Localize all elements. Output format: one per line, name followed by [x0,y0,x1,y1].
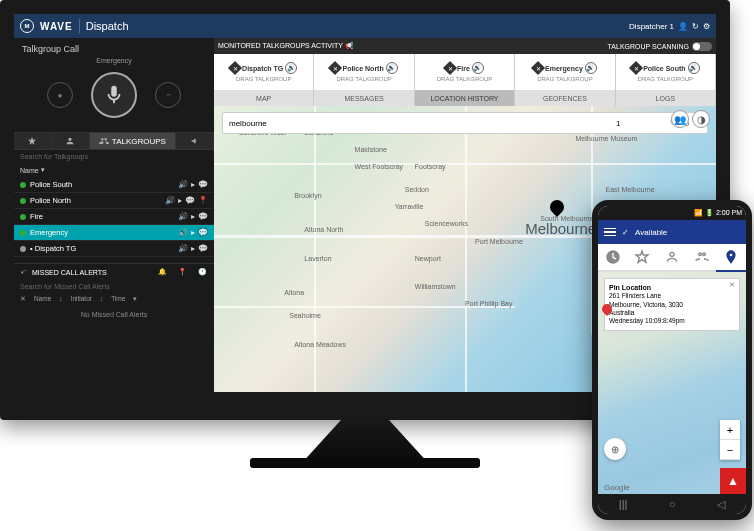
talkgroup-slot[interactable]: Dispatch TG🔊DRAG TALKGROUP [214,54,314,90]
sort-icon[interactable]: ▾ [41,166,45,174]
speaker-icon[interactable]: 🔊 [178,180,188,189]
radius-input[interactable] [612,119,624,128]
zoom-in-button[interactable]: + [720,420,740,440]
talkgroup-row[interactable]: Police North 🔊▸💬📍 [14,193,214,209]
alert-clock-icon[interactable]: 🕐 [196,268,208,276]
name-column[interactable]: Name [20,167,39,174]
pin-location-card: ✕ Pin Location 261 Flinders Lane Melbour… [604,278,740,331]
arrow-icon[interactable]: ▸ [191,244,195,253]
talkgroup-slot[interactable]: Emergency🔊DRAG TALKGROUP [515,54,615,90]
zoom-controls: + − [720,420,740,460]
tab-favorites[interactable] [14,133,52,149]
alert-pin-icon[interactable]: 📍 [176,268,188,276]
talkgroup-slot[interactable]: Fire🔊DRAG TALKGROUP [415,54,515,90]
place-label: West Footscray [355,163,404,170]
talkgroup-row[interactable]: Fire 🔊▸💬 [14,209,214,225]
location-search-input[interactable] [227,119,564,128]
tab-map-mobile[interactable] [716,244,746,272]
speaker-icon[interactable]: 🔊 [178,212,188,221]
speaker-icon[interactable]: 🔊 [178,228,188,237]
map-pin-icon [723,249,739,265]
slot-speaker-icon[interactable]: 🔊 [585,62,597,74]
back-button[interactable]: ||| [619,498,628,510]
arrow-icon[interactable]: ▸ [191,212,195,221]
slot-speaker-icon[interactable]: 🔊 [472,62,484,74]
alert-bell-icon[interactable]: 🔔 [156,268,168,276]
talkgroup-list: Police South 🔊▸💬 Police North 🔊▸💬📍 Fire … [14,177,214,257]
missed-search[interactable]: Search for Missed Call Alerts [14,280,214,293]
sidebar-tabs: TALKGROUPS [14,132,214,150]
close-slot-icon[interactable] [443,61,457,75]
no-alerts-message: No Missed Call Alerts [14,305,214,324]
people-layer-button[interactable]: 👥 [671,110,689,128]
chat-icon[interactable]: 💬 [198,244,208,253]
location-icon[interactable]: 📍 [198,196,208,205]
speaker-icon[interactable]: 🔊 [178,244,188,253]
star-icon [27,136,37,146]
tab-broadcast[interactable] [176,133,214,149]
tab-talkgroups[interactable]: TALKGROUPS [90,133,177,149]
mobile-phone: 📶 🔋 2:00 PM ✓ Available ✕ Pin Location 2… [592,200,752,520]
chat-icon[interactable]: 💬 [185,196,195,205]
close-slot-icon[interactable] [228,61,242,75]
talkgroup-search[interactable]: Search for Talkgroups [14,150,214,163]
brand-name: WAVE [40,21,73,32]
talkgroup-row[interactable]: • Dispatch TG 🔊▸💬 [14,241,214,257]
scanning-toggle[interactable] [692,42,712,51]
availability-status[interactable]: Available [635,228,667,237]
zoom-out-button[interactable]: − [720,440,740,460]
record-button[interactable]: ● [47,82,73,108]
slot-speaker-icon[interactable]: 🔊 [285,62,297,74]
arrow-icon[interactable]: ▸ [191,180,195,189]
map-search-bar: With radius Kilometer(s)of 🔍 ⊘ 📍 [222,112,708,134]
tab-history[interactable] [598,244,628,270]
status-dot [20,214,26,220]
refresh-icon[interactable]: ↻ [692,22,699,31]
app-title: Dispatch [86,20,129,32]
chat-icon[interactable]: 💬 [198,228,208,237]
gps-center-button[interactable]: ⊕ [604,438,626,460]
talkgroup-slot[interactable]: Police South🔊DRAG TALKGROUP [616,54,716,90]
chat-icon[interactable]: 💬 [198,180,208,189]
arrow-icon[interactable]: ▸ [191,228,195,237]
talkgroup-slot[interactable]: Police North🔊DRAG TALKGROUP [314,54,414,90]
place-label: Seaholme [289,312,321,319]
home-button[interactable]: ○ [669,498,676,510]
phone-app-header: ✓ Available [598,220,746,244]
close-slot-icon[interactable] [629,61,643,75]
map-tab[interactable]: LOCATION HISTORY [415,90,515,106]
tab-contact-mobile[interactable] [657,244,687,270]
map-tab[interactable]: MESSAGES [314,90,414,106]
tab-contacts[interactable] [52,133,90,149]
status-dot [20,246,26,252]
ptt-mic-button[interactable] [91,72,137,118]
map-tab[interactable]: GEOFENCES [515,90,615,106]
tab-favorites-mobile[interactable] [628,244,658,270]
place-label: Maidstone [355,146,387,153]
end-call-button[interactable]: ⌢ [155,82,181,108]
arrow-icon[interactable]: ▸ [178,196,182,205]
talkgroup-row[interactable]: Emergency 🔊▸💬 [14,225,214,241]
slot-speaker-icon[interactable]: 🔊 [688,62,700,74]
close-slot-icon[interactable] [531,61,545,75]
close-card-icon[interactable]: ✕ [729,281,735,289]
slot-speaker-icon[interactable]: 🔊 [386,62,398,74]
map-tab[interactable]: LOGS [616,90,716,106]
settings-gear-icon[interactable]: ⚙ [703,22,710,31]
tab-groups-mobile[interactable] [687,244,717,270]
menu-icon[interactable] [604,228,616,237]
chat-icon[interactable]: 💬 [198,212,208,221]
close-slot-icon[interactable] [328,61,342,75]
speaker-icon[interactable]: 🔊 [165,196,175,205]
group-icon [99,136,109,146]
recents-button[interactable]: ◁ [717,498,725,511]
talkgroup-row[interactable]: Police South 🔊▸💬 [14,177,214,193]
layer-button[interactable]: ◑ [692,110,710,128]
map-tab[interactable]: MAP [214,90,314,106]
presence-icon[interactable]: 👤 [678,22,688,31]
place-label: Newport [415,255,441,262]
talkgroup-name: Fire [30,212,174,221]
phone-map[interactable]: ✕ Pin Location 261 Flinders Lane Melbour… [598,272,746,494]
emergency-alert-button[interactable]: ▲ [720,468,746,494]
place-label: Altona [284,289,304,296]
